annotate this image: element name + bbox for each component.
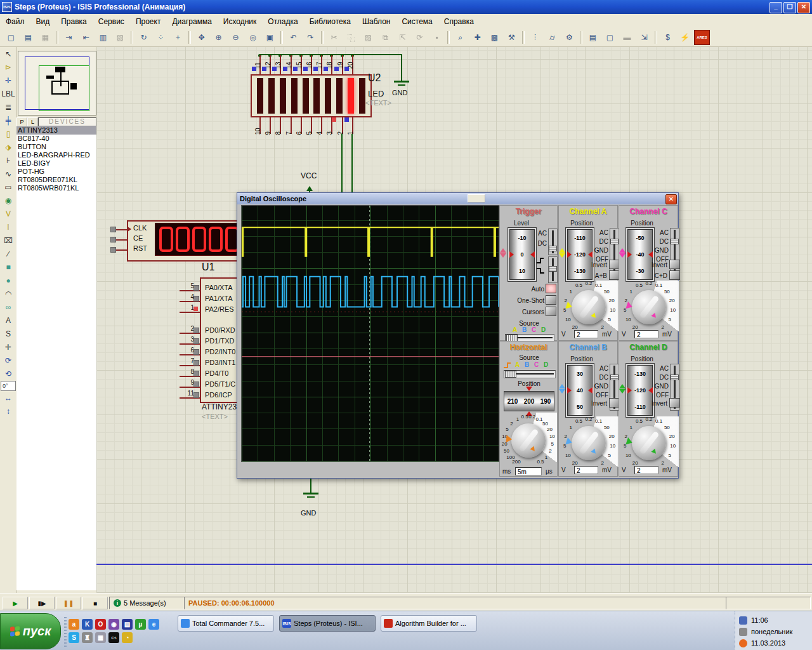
stop-button[interactable]: ■ — [82, 597, 108, 609]
packaging-tool-icon[interactable]: ▩ — [487, 30, 502, 45]
menu-Сервис[interactable]: Сервис — [93, 15, 130, 28]
block-copy-icon[interactable]: ⧉ — [377, 30, 393, 45]
network-icon[interactable] — [739, 616, 747, 625]
channel-gain-knob[interactable]: 20105210.50.20.150201052 — [559, 416, 619, 470]
graph-tool-icon[interactable]: ∿ — [1, 168, 15, 180]
block-rotate-icon[interactable]: ⟳ — [412, 30, 428, 45]
marker-tool-icon[interactable]: ✛ — [1, 341, 15, 354]
menu-Система[interactable]: Система — [396, 15, 438, 28]
menu-Файл[interactable]: Файл — [0, 15, 30, 28]
horizontal-source-slider[interactable] — [504, 370, 556, 378]
channel-gain-knob-knob[interactable] — [572, 426, 606, 460]
device-item-POT-HG[interactable]: POT-HG — [16, 168, 96, 176]
mirror-horizontal-icon[interactable]: ↔ — [1, 392, 15, 404]
terminal-tool-icon[interactable]: ⬗ — [1, 141, 15, 154]
antivirus-icon[interactable] — [739, 639, 747, 647]
channel-value[interactable]: 2 — [634, 466, 658, 474]
arc-tool-icon[interactable]: ◠ — [1, 288, 15, 300]
toggle-grid-icon[interactable]: ⁘ — [153, 30, 169, 45]
minimize-button[interactable]: _ — [769, 2, 782, 13]
cut-icon[interactable]: ✂ — [326, 30, 342, 45]
zoom-out-icon[interactable]: ⊖ — [228, 30, 244, 45]
channel-cplusd-button[interactable] — [669, 270, 680, 280]
utorrent-icon[interactable]: µ — [135, 619, 146, 630]
channel-coupling-switch-knob[interactable] — [610, 239, 619, 244]
make-device-icon[interactable]: ✚ — [469, 30, 485, 45]
voltage-probe-tool-icon[interactable]: V — [1, 208, 15, 220]
symbol-tool-icon[interactable]: S — [1, 328, 15, 340]
component-tool-icon[interactable]: ⊳ — [1, 61, 15, 74]
generator-tool-icon[interactable]: ◉ — [1, 194, 15, 207]
menu-Правка[interactable]: Правка — [55, 15, 93, 28]
origin-icon[interactable]: + — [170, 30, 186, 45]
messenger-icon[interactable]: ◉ — [108, 619, 119, 630]
trigger-coupling-switch-knob[interactable] — [549, 246, 557, 251]
scroll-thumb[interactable] — [468, 194, 485, 202]
block-move-icon[interactable]: ⇱ — [395, 30, 410, 45]
overview-minimap[interactable] — [18, 51, 96, 116]
opera-icon[interactable]: O — [95, 619, 106, 630]
device-list[interactable]: ATTINY2313BC817-40BUTTONLED-BARGRAPH-RED… — [16, 126, 97, 590]
message-box[interactable]: i5 Message(s) — [109, 597, 189, 609]
text-tool-icon[interactable]: A — [1, 314, 15, 327]
open-file-icon[interactable]: ▤ — [20, 30, 36, 45]
kmplayer-icon[interactable]: K — [82, 619, 93, 630]
taskbar-button-2[interactable]: ISISSteps (Proteus) - ISI... — [279, 615, 376, 632]
angle-box-icon[interactable]: 0° — [1, 381, 16, 391]
network-tool-icon[interactable]: ♜ — [82, 632, 93, 643]
menu-Вид[interactable]: Вид — [30, 15, 56, 28]
horizontal-source-slider-thumb[interactable] — [505, 371, 516, 378]
channel-value[interactable]: 2 — [574, 330, 598, 338]
device-item-ATTINY2313[interactable]: ATTINY2313 — [16, 126, 96, 135]
import-section-icon[interactable]: ⇥ — [61, 30, 77, 45]
step-button[interactable]: ▮▶ — [29, 597, 55, 609]
design-explorer-icon[interactable]: ▤ — [585, 30, 601, 45]
pan-icon[interactable]: ✥ — [193, 30, 209, 45]
junction-tool-icon[interactable]: ✛ — [1, 74, 15, 87]
device-item-RT0805WRB071KL[interactable]: RT0805WRB071KL — [16, 184, 96, 192]
menu-Диаграмма[interactable]: Диаграмма — [166, 15, 217, 28]
start-button[interactable]: пуск — [0, 613, 61, 649]
pause-button[interactable]: ❚❚ — [56, 597, 81, 609]
channel-coupling-switch-knob[interactable] — [610, 375, 619, 380]
bill-of-materials-icon[interactable]: $ — [660, 30, 676, 45]
oscilloscope-window[interactable]: Digital Oscilloscope✕◄►TriggerLevel-1001… — [237, 192, 679, 479]
search-tag-icon[interactable]: ⌭ — [544, 30, 560, 45]
trigger-edge-switch-knob[interactable] — [549, 266, 557, 272]
wire-label-tool-icon[interactable]: LBL — [1, 88, 15, 100]
new-sheet-icon[interactable]: ▢ — [602, 30, 618, 45]
mirror-vertical-icon[interactable]: ↕ — [1, 405, 15, 418]
library-manager-button[interactable]: L — [27, 117, 38, 127]
zoom-in-icon[interactable]: ⊕ — [211, 30, 226, 45]
redo-icon[interactable]: ↷ — [303, 30, 318, 45]
taskbar-button-1[interactable]: Total Commander 7.5... — [178, 615, 274, 632]
menu-Проект[interactable]: Проект — [130, 15, 167, 28]
mark-print-area-icon[interactable]: ▧ — [112, 30, 128, 45]
menu-Отладка[interactable]: Отладка — [262, 15, 303, 28]
pick-devices-button[interactable]: P — [16, 117, 27, 127]
menu-Библиотека[interactable]: Библиотека — [304, 15, 357, 28]
redraw-icon[interactable]: ↻ — [136, 30, 152, 45]
subcircuit-tool-icon[interactable]: ▯ — [1, 128, 15, 140]
zoom-all-icon[interactable]: ◎ — [245, 30, 261, 45]
schematic-canvas[interactable]: 1112131415161718192010987654321GNDU2LED<… — [96, 47, 812, 593]
oscilloscope-close-icon[interactable]: ✕ — [665, 194, 677, 204]
command-prompt-icon[interactable]: C:\ — [108, 632, 119, 643]
volume-icon[interactable] — [739, 628, 747, 636]
avast-icon[interactable]: a — [69, 619, 79, 630]
channel-coupling-switch-knob[interactable] — [671, 375, 679, 380]
channel-coupling-switch-knob[interactable] — [671, 239, 679, 244]
menu-Шаблон[interactable]: Шаблон — [357, 15, 396, 28]
menu-Исходник[interactable]: Исходник — [218, 15, 262, 28]
remove-sheet-icon[interactable]: ▬ — [619, 30, 635, 45]
device-item-BC817-40[interactable]: BC817-40 — [16, 135, 96, 143]
skype-icon[interactable]: S — [69, 632, 79, 643]
channel-gain-knob[interactable]: 20105210.50.20.150201052 — [559, 281, 619, 334]
property-assignment-icon[interactable]: ⚙ — [561, 30, 577, 45]
virtual-instruments-tool-icon[interactable]: ⌧ — [1, 234, 15, 247]
tape-recorder-tool-icon[interactable]: ▭ — [1, 181, 15, 194]
electrical-rule-check-icon[interactable]: ⚡ — [677, 30, 693, 45]
netlist-to-ares-icon[interactable]: ARES — [694, 30, 710, 45]
trigger-edge-switch[interactable] — [548, 256, 558, 283]
current-probe-tool-icon[interactable]: I — [1, 221, 15, 234]
